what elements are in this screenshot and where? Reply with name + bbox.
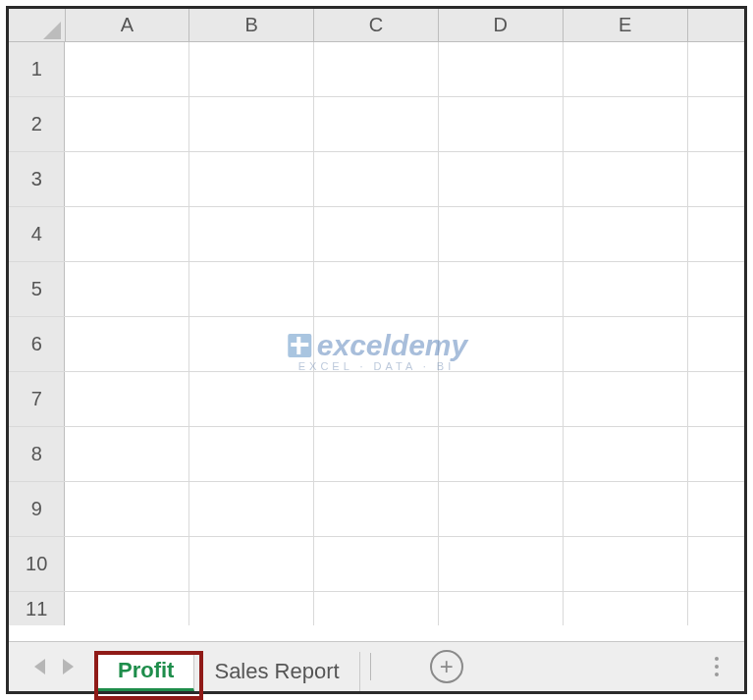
cell[interactable] xyxy=(65,317,189,371)
row-header[interactable]: 8 xyxy=(9,427,65,481)
grid-row: 7 xyxy=(9,372,744,427)
cell[interactable] xyxy=(189,152,314,206)
row-header[interactable]: 5 xyxy=(9,262,65,316)
cell[interactable] xyxy=(564,317,688,371)
cell[interactable] xyxy=(65,152,189,206)
cell[interactable] xyxy=(688,537,744,591)
cell[interactable] xyxy=(564,42,688,96)
cell[interactable] xyxy=(439,537,564,591)
cell[interactable] xyxy=(439,97,564,151)
column-header[interactable]: C xyxy=(314,9,439,41)
cell[interactable] xyxy=(65,372,189,426)
cell[interactable] xyxy=(65,262,189,316)
cell[interactable] xyxy=(439,317,564,371)
column-header[interactable]: A xyxy=(66,9,190,41)
row-header[interactable]: 9 xyxy=(9,482,65,536)
row-header[interactable]: 6 xyxy=(9,317,65,371)
cell[interactable] xyxy=(439,592,564,625)
cell[interactable] xyxy=(314,262,439,316)
cell[interactable] xyxy=(688,317,744,371)
cell[interactable] xyxy=(439,207,564,261)
sheet-tab-strip: Profit Sales Report + xyxy=(9,642,744,691)
cell[interactable] xyxy=(65,482,189,536)
row-header[interactable]: 2 xyxy=(9,97,65,151)
cell[interactable] xyxy=(439,427,564,481)
tab-scroll-left-icon[interactable] xyxy=(34,659,45,674)
cell[interactable] xyxy=(314,207,439,261)
tab-scroll-right-icon[interactable] xyxy=(63,659,74,674)
dot-icon xyxy=(715,657,719,661)
column-header-partial[interactable] xyxy=(688,9,744,41)
cell[interactable] xyxy=(314,317,439,371)
worksheet-grid[interactable]: A B C D E 1 2 xyxy=(9,9,744,642)
cell[interactable] xyxy=(564,427,688,481)
row-header[interactable]: 10 xyxy=(9,537,65,591)
row-header[interactable]: 1 xyxy=(9,42,65,96)
cell[interactable] xyxy=(439,372,564,426)
cell[interactable] xyxy=(189,482,314,536)
cell[interactable] xyxy=(65,427,189,481)
row-header[interactable]: 4 xyxy=(9,207,65,261)
sheet-tabs: Profit Sales Report xyxy=(97,642,360,691)
cell[interactable] xyxy=(688,42,744,96)
cell[interactable] xyxy=(189,262,314,316)
cell[interactable] xyxy=(688,482,744,536)
column-header[interactable]: D xyxy=(439,9,564,41)
cell[interactable] xyxy=(65,42,189,96)
cell[interactable] xyxy=(314,97,439,151)
cell[interactable] xyxy=(439,262,564,316)
cell[interactable] xyxy=(314,592,439,625)
cell[interactable] xyxy=(189,427,314,481)
cell[interactable] xyxy=(314,42,439,96)
cell[interactable] xyxy=(564,482,688,536)
cell[interactable] xyxy=(314,152,439,206)
cell[interactable] xyxy=(564,537,688,591)
row-header[interactable]: 7 xyxy=(9,372,65,426)
cell[interactable] xyxy=(688,207,744,261)
cell[interactable] xyxy=(189,592,314,625)
row-header[interactable]: 3 xyxy=(9,152,65,206)
sheet-tab[interactable]: Sales Report xyxy=(194,652,359,691)
row-header[interactable]: 11 xyxy=(9,592,65,625)
new-sheet-button[interactable]: + xyxy=(430,650,463,683)
cell[interactable] xyxy=(688,152,744,206)
cell[interactable] xyxy=(564,152,688,206)
cell[interactable] xyxy=(564,592,688,625)
cell[interactable] xyxy=(688,262,744,316)
cell[interactable] xyxy=(189,537,314,591)
cell[interactable] xyxy=(189,317,314,371)
grid-row: 4 xyxy=(9,207,744,262)
cell[interactable] xyxy=(688,372,744,426)
tab-options-menu[interactable] xyxy=(707,657,726,676)
cell[interactable] xyxy=(314,537,439,591)
cell[interactable] xyxy=(688,427,744,481)
select-all-corner[interactable] xyxy=(9,9,66,41)
cell[interactable] xyxy=(564,97,688,151)
cell[interactable] xyxy=(564,262,688,316)
column-header[interactable]: B xyxy=(189,9,314,41)
cell[interactable] xyxy=(439,482,564,536)
cell[interactable] xyxy=(688,592,744,625)
sheet-tab-active[interactable]: Profit xyxy=(97,652,194,691)
cell[interactable] xyxy=(439,42,564,96)
cell[interactable] xyxy=(688,97,744,151)
cell[interactable] xyxy=(189,207,314,261)
cell[interactable] xyxy=(314,427,439,481)
cell[interactable] xyxy=(564,207,688,261)
grid-row: 2 xyxy=(9,97,744,152)
cell[interactable] xyxy=(189,97,314,151)
cell[interactable] xyxy=(65,97,189,151)
cell[interactable] xyxy=(189,372,314,426)
cell[interactable] xyxy=(314,372,439,426)
column-header[interactable]: E xyxy=(564,9,688,41)
cell[interactable] xyxy=(314,482,439,536)
cell[interactable] xyxy=(65,592,189,625)
cell[interactable] xyxy=(65,537,189,591)
grid-row: 5 xyxy=(9,262,744,317)
svg-marker-0 xyxy=(43,22,61,39)
cell[interactable] xyxy=(439,152,564,206)
cell[interactable] xyxy=(564,372,688,426)
cell[interactable] xyxy=(65,207,189,261)
excel-window: A B C D E 1 2 xyxy=(6,6,747,694)
cell[interactable] xyxy=(189,42,314,96)
